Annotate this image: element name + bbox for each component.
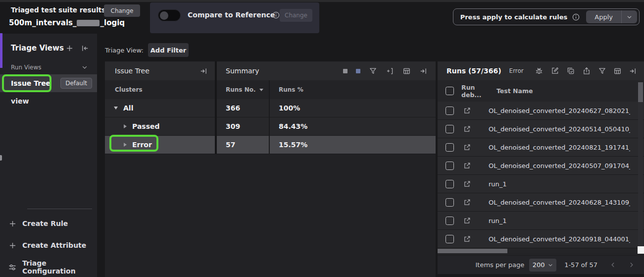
table-view-icon[interactable] [613,67,622,75]
open-run-external-icon[interactable] [463,125,471,133]
issue-tree-panel-header: Issue Tree [105,61,215,80]
test-name-column-header[interactable]: Test Name [496,87,533,95]
tree-row[interactable]: Passed 309 84.43% [105,117,436,136]
sidebar-view-item[interactable]: view [0,92,97,110]
horizontal-scrollbar[interactable] [438,249,638,253]
add-filter-button[interactable]: Add Filter [148,43,189,57]
open-run-external-icon[interactable] [463,143,471,152]
table-view-icon[interactable] [402,67,411,75]
row-checkbox[interactable] [446,235,454,243]
page-size-select[interactable]: 200 [529,259,556,272]
filter-icon[interactable] [598,67,606,75]
edit-icon[interactable] [550,66,559,75]
runs-pct-value: 84.43% [270,117,436,136]
run-row[interactable]: OL_denoised_converted_20240918_044001_00 [438,230,644,248]
run-row[interactable]: run_1 [438,212,644,230]
create-attribute-button[interactable]: Create Attribute [0,240,97,251]
open-run-external-icon[interactable] [463,107,471,115]
export-icon[interactable] [582,66,591,75]
apply-button[interactable]: Apply [586,10,637,23]
page-range-label: 1-57 of 57 [564,261,597,269]
toggle-knob [160,11,168,20]
row-checkbox[interactable] [446,162,454,170]
run-debug-column-header[interactable]: Run deb... [461,84,489,99]
sidebar-view-label: Issue Tree [11,79,60,87]
density-comfortable-icon[interactable] [356,69,360,73]
sort-desc-icon [259,89,263,91]
density-compact-icon[interactable] [343,69,347,73]
clusters-column-header[interactable]: Clusters [105,80,215,99]
apply-rules-group: Press apply to calculate rules Apply [453,8,640,25]
open-run-external-icon[interactable] [463,235,471,243]
row-checkbox[interactable] [446,217,454,225]
compare-toggle[interactable] [158,9,181,21]
open-run-external-icon[interactable] [463,162,471,170]
horizontal-scrollbar-thumb[interactable] [438,249,507,253]
open-run-external-icon[interactable] [463,217,471,225]
next-page-button[interactable] [628,261,635,269]
compare-toggle-label: Compare to Reference [188,11,275,19]
plus-icon [8,241,17,250]
sidebar-divider [27,209,92,209]
items-per-page-label: Items per page [475,261,524,269]
run-row[interactable]: OL_denoised_converted_20240514_050410_00 [438,120,644,138]
run-row[interactable]: run_1 [438,175,644,193]
sidebar-view-item[interactable]: Issue Tree Default [0,74,97,92]
run-row[interactable]: OL_denoised_converted_20240627_082021_00 [438,102,644,120]
filter-icon[interactable] [369,67,377,75]
chevron-down-icon[interactable] [622,10,637,23]
sliders-icon [8,263,17,272]
summary-panel-header: Summary [217,61,436,80]
info-icon[interactable] [572,13,580,21]
create-attribute-label: Create Attribute [22,241,86,249]
row-checkbox[interactable] [446,125,454,133]
app-window: Triaged test suite results Change 500m_i… [0,0,644,277]
triage-configuration-button[interactable]: Triage Configuration [0,262,97,273]
vertical-scrollbar[interactable] [638,82,643,249]
info-icon[interactable] [272,11,280,19]
chevron-down-icon [81,64,88,71]
expand-caret-icon[interactable] [124,124,127,128]
vertical-scrollbar-thumb[interactable] [638,82,643,102]
triage-view-label: Triage View: [105,47,144,54]
collapse-panel-icon[interactable] [419,67,428,75]
add-view-icon[interactable] [65,44,74,53]
panel-resize-handle[interactable] [0,155,2,161]
run-views-section[interactable]: Run Views [0,61,97,73]
open-run-external-icon[interactable] [463,198,471,207]
select-all-checkbox[interactable] [446,87,454,95]
expand-caret-icon[interactable] [124,143,127,147]
run-row[interactable]: OL_denoised_converted_20240628_143109_00 [438,193,644,212]
run-row[interactable]: OL_denoised_converted_20240821_191741_00… [438,138,644,157]
debug-bug-icon[interactable] [535,66,544,75]
panel-header-row: Issue Tree Summary [105,61,436,80]
redacted-text [77,20,99,26]
suite-name-prefix: 500m_intervals_ [9,18,76,27]
run-row[interactable]: OL_denoised_converted_20240507_091704_00 [438,157,644,175]
expand-caret-icon[interactable] [114,107,118,110]
compare-change-button[interactable]: Change [280,9,312,22]
compare-to-reference-panel: Compare to Reference Change [150,2,319,33]
collapse-panel-icon[interactable] [199,67,208,75]
tree-row[interactable]: Error 57 15.57% [105,136,436,154]
tree-row[interactable]: All 366 100% [105,99,436,117]
page-title: Triaged test suite results [11,6,105,14]
row-checkbox[interactable] [446,107,454,115]
copy-check-icon[interactable] [566,66,575,75]
row-checkbox[interactable] [446,180,454,188]
sidebar-views: Issue Tree Default view [0,74,97,110]
open-run-external-icon[interactable] [463,180,471,188]
test-name: OL_denoised_converted_20240628_143109_00 [489,199,630,206]
runs-pct-column-header[interactable]: Runs % [270,80,436,99]
collapse-sidebar-icon[interactable] [81,44,89,53]
add-panel-icon[interactable] [386,67,394,75]
change-suite-button[interactable]: Change [104,4,140,17]
runs-no-column-header[interactable]: Runs No. [217,80,269,99]
runs-no-value: 309 [217,117,269,136]
previous-page-button[interactable] [609,261,617,269]
row-checkbox[interactable] [446,143,454,152]
row-checkbox[interactable] [446,198,454,207]
test-name: OL_denoised_converted_20240821_191741_00… [489,144,630,151]
collapse-panel-icon[interactable] [629,67,637,75]
create-rule-button[interactable]: Create Rule [0,218,97,229]
